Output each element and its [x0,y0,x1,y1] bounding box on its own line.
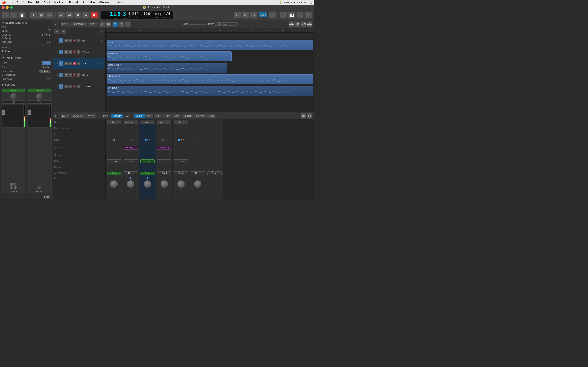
bnce-button[interactable]: Bnce [43,195,51,199]
quantize-select[interactable]: off [44,33,48,36]
mixer-ch2-melodyne-btn[interactable]: Melodyne [124,146,138,150]
menu-logicprox[interactable]: Logic Pro X [9,1,24,4]
library-button[interactable]: ☰ [2,12,9,18]
mixer-strip-view[interactable]: ⊟ [307,113,312,119]
menu-record[interactable]: Record [69,1,78,4]
view-dropdown[interactable]: View ▼ [88,22,98,27]
filter-output[interactable]: Output [182,114,194,118]
s-button[interactable]: S [250,12,258,18]
arrangement-row-3[interactable]: Verse 1 dub ○ [106,62,314,74]
score-button[interactable]: 🎼 [304,12,312,18]
tverse-knob[interactable] [10,93,17,100]
menu-mix[interactable]: Mix [82,1,86,4]
mixer-ch1-setting-btn[interactable]: Setting [107,120,121,124]
tverse-fader-handle[interactable] [2,110,5,115]
mixer-ch7-read-btn[interactable]: Read [208,171,221,175]
mixer-ch1-output-btn[interactable]: St Out [107,159,121,163]
mixer-options-dropdown[interactable]: Options ▼ [71,113,85,118]
track-m-4[interactable]: M [64,73,68,77]
zoom-in-h[interactable]: ◀▶ [289,21,294,27]
track-row-2[interactable]: 2 M S R I UVerse ● [53,46,105,58]
magic-button[interactable]: ✦ [30,12,37,18]
output-fader[interactable] [27,105,49,127]
track-m-5[interactable]: M [64,85,68,88]
track-row-5[interactable]: 5 M S R I TChorus ● [53,81,105,92]
add-folder-button[interactable]: ⊞ [61,29,66,34]
track-r-3[interactable]: R [73,62,76,65]
minimize-button[interactable] [6,6,9,9]
tverse-r-btn[interactable]: R [13,183,16,186]
more-section[interactable]: ▶ More [2,49,51,52]
close-button[interactable] [2,6,5,9]
track-r-1[interactable]: R [73,39,76,42]
loop-checkbox[interactable] [48,29,51,32]
list-button[interactable]: 📋 [18,12,26,18]
region-tool[interactable]: ⊞ [106,21,111,27]
track-end-1[interactable]: ● [100,39,104,42]
track-m-2[interactable]: M [64,50,68,54]
track-s-4[interactable]: S [69,73,72,77]
track-section-title[interactable]: ▼ Track: TVerse [2,56,51,59]
arrangement-row-2[interactable]: Verse1 ∞ [106,51,314,62]
mixer-ch5-setting-btn[interactable]: Setting [174,120,188,124]
tverse-read-btn[interactable]: Read [2,89,25,92]
track-end-5[interactable]: ● [100,85,104,88]
tab-tracks[interactable]: Tracks [111,114,124,118]
region-cvoxdub[interactable]: CVox Dub ○ [107,86,313,96]
piano-button[interactable]: 🎹 [288,12,295,18]
mixer-ch2-read-btn[interactable]: Read [124,171,138,175]
track-end-4[interactable]: ● [100,73,104,77]
scroll-down-btn[interactable]: ▼ [99,29,104,34]
mixer-up-arrow[interactable]: ▲ [54,115,60,117]
track-up-arrow[interactable]: ▲ [54,23,60,25]
chord-button[interactable]: ♩ [296,12,304,18]
track-m-1[interactable]: M [64,39,68,42]
freeze-select[interactable]: Pre Fader [39,69,51,73]
rewind-button[interactable]: ⏮ [57,12,65,18]
tab-single[interactable]: Single [99,114,111,118]
filter-input[interactable]: Input [172,114,181,118]
arrangement-row-1[interactable]: Music ∞ [106,40,314,51]
track-row-1[interactable]: 1 M S R I Ref ● [53,35,105,46]
zoom-in-v[interactable]: ▲▼ [301,21,306,27]
pencil-button[interactable]: ✏ [242,12,249,18]
menu-navigate[interactable]: Navigate [54,1,65,4]
menu-help[interactable]: Help [118,1,124,4]
add-track-button[interactable]: + [54,29,60,34]
track-s-1[interactable]: S [69,39,72,42]
mixer-ch3-output-btn[interactable]: St Out [140,159,154,163]
arrangement-row-4[interactable]: Chorus Vox ∞ [106,74,314,85]
region-section-title[interactable]: ▼ Region: MIDI Thru [2,22,51,24]
scissor-button[interactable]: ✂ [46,12,53,18]
mixer-ch1-pan-knob[interactable] [110,180,118,188]
region-chorusvox[interactable]: Chorus Vox ∞ [107,74,313,84]
filter-inst[interactable]: Inst [145,114,153,118]
track-row-3[interactable]: 3 M S R I TVerse ● [53,58,105,69]
menu-track[interactable]: Track [44,1,51,4]
play-button[interactable]: ▶ [82,12,90,18]
apple-menu[interactable]: 🍎 [2,1,6,4]
mixer-ch6-read-btn[interactable]: Read [191,171,205,175]
track-s-5[interactable]: S [69,85,72,88]
pointer-tool[interactable]: ↖ [119,21,124,27]
mixer-ch4-read-btn[interactable]: Read [157,171,171,175]
output-read-btn[interactable]: Read [27,89,51,92]
track-row-4[interactable]: 4 M S R I UChorus ● [53,69,105,81]
filter-aux[interactable]: Aux [154,114,162,118]
mixer-ch1-read-btn[interactable]: Read [107,172,121,175]
track-r-4[interactable]: R [73,73,76,77]
mixer-ch2-pan-knob[interactable] [127,180,134,188]
record-button[interactable]: ⏺ [90,12,98,18]
output-knob[interactable] [36,93,43,100]
zoom-out-v[interactable]: ◀▶ [307,21,312,27]
arrangement-view[interactable]: 1 5 9 13 17 21 25 29 33 37 41 45 49 [106,28,314,112]
mute-checkbox[interactable] [48,26,51,28]
menu-1[interactable]: 1 [112,1,114,4]
output-fader-handle[interactable] [27,110,31,115]
mixer-ch5-pan-knob[interactable] [177,180,185,188]
mixer-ch3-pan-knob[interactable] [144,180,151,188]
track-i-5[interactable]: I [77,85,80,88]
track-s-3[interactable]: S [69,62,72,65]
mixer-edit-dropdown[interactable]: Edit ▼ [61,113,70,118]
mixer-ch2-setting-btn[interactable]: Setting [124,120,138,124]
